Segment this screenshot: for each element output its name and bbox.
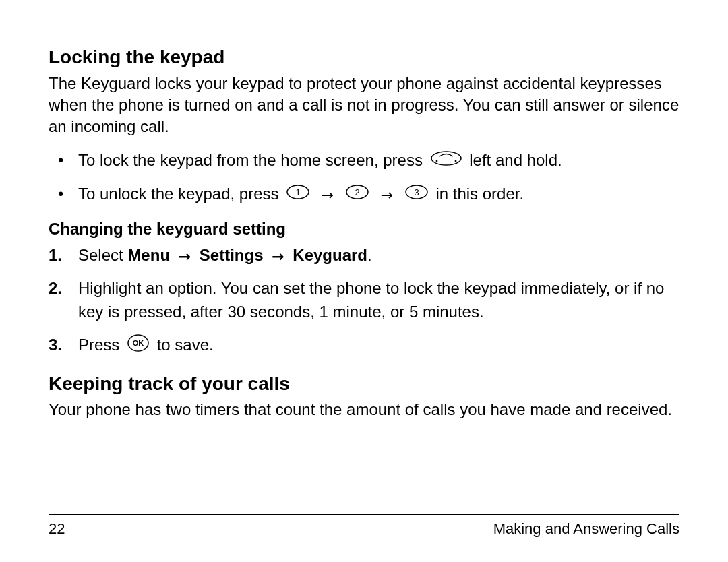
heading-keeping-track: Keeping track of your calls bbox=[49, 373, 679, 396]
bullet-list: To lock the keypad from the home screen,… bbox=[49, 148, 679, 208]
step1-pre: Select bbox=[78, 246, 127, 264]
key-2-icon: 2 bbox=[345, 182, 369, 208]
bullet-lock: To lock the keypad from the home screen,… bbox=[49, 148, 679, 175]
steps-list: 1. Select Menu → Settings → Keyguard. 2.… bbox=[49, 244, 679, 358]
subheading-keyguard-setting: Changing the keyguard setting bbox=[49, 220, 679, 239]
bullet-lock-pre: To lock the keypad from the home screen,… bbox=[78, 151, 427, 169]
svg-text:2: 2 bbox=[355, 187, 359, 197]
key-1-icon: 1 bbox=[286, 182, 310, 208]
page-number: 22 bbox=[49, 520, 65, 538]
key-3-icon: 3 bbox=[404, 182, 429, 208]
step1-keyguard: Keyguard bbox=[293, 246, 367, 264]
arrow-icon: → bbox=[179, 246, 191, 268]
bullet-unlock-pre: To unlock the keypad, press bbox=[78, 185, 283, 203]
arrow-icon: → bbox=[322, 183, 334, 207]
step-1: 1. Select Menu → Settings → Keyguard. bbox=[49, 244, 679, 268]
svg-text:OK: OK bbox=[133, 339, 144, 347]
svg-text:3: 3 bbox=[414, 187, 419, 197]
step-3: 3. Press OK to save. bbox=[49, 334, 679, 359]
svg-point-1 bbox=[435, 160, 437, 162]
manual-page: Locking the keypad The Keyguard locks yo… bbox=[0, 0, 728, 562]
bullet-unlock: To unlock the keypad, press 1 → 2 → 3 bbox=[49, 181, 679, 208]
step3-post: to save. bbox=[157, 336, 214, 354]
ok-key-icon: OK bbox=[127, 334, 150, 359]
chapter-title: Making and Answering Calls bbox=[493, 520, 679, 538]
bullet-lock-post: left and hold. bbox=[469, 151, 562, 169]
page-footer: 22 Making and Answering Calls bbox=[49, 514, 679, 538]
step1-menu: Menu bbox=[127, 246, 170, 264]
step-number: 3. bbox=[49, 334, 62, 357]
svg-text:1: 1 bbox=[296, 187, 301, 197]
step2-text: Highlight an option. You can set the pho… bbox=[78, 279, 664, 321]
step-2: 2. Highlight an option. You can set the … bbox=[49, 277, 679, 324]
arrow-icon: → bbox=[272, 246, 284, 268]
step-number: 1. bbox=[49, 244, 62, 268]
nav-key-icon bbox=[430, 148, 462, 174]
step3-pre: Press bbox=[78, 336, 124, 354]
bullet-unlock-post: in this order. bbox=[435, 185, 524, 203]
step1-period: . bbox=[367, 246, 372, 264]
arrow-icon: → bbox=[381, 183, 393, 207]
intro-keeping-track: Your phone has two timers that count the… bbox=[49, 399, 679, 420]
heading-locking-keypad: Locking the keypad bbox=[49, 46, 679, 69]
step1-settings: Settings bbox=[200, 246, 264, 264]
step-number: 2. bbox=[49, 277, 62, 301]
svg-point-2 bbox=[454, 160, 456, 162]
intro-locking-keypad: The Keyguard locks your keypad to protec… bbox=[49, 73, 679, 138]
